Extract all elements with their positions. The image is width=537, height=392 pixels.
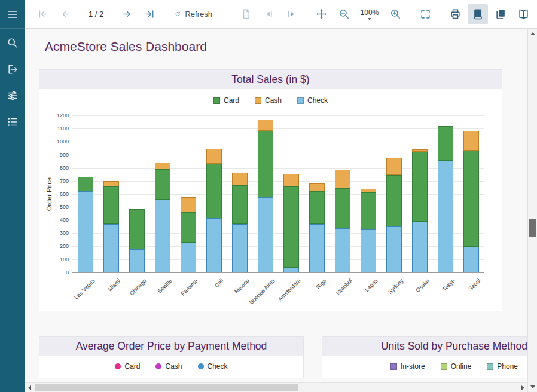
bar-chicago[interactable]: Chicago xyxy=(124,115,149,272)
bar-segment-cash[interactable] xyxy=(386,158,402,175)
bar-segment-check[interactable] xyxy=(129,249,145,272)
bar-buenos-aires[interactable]: Buenos Aires xyxy=(252,115,278,272)
bar-segment-check[interactable] xyxy=(335,228,350,273)
bar-segment-check[interactable] xyxy=(361,229,376,272)
bar-segment-check[interactable] xyxy=(206,218,222,272)
bar-segment-card[interactable] xyxy=(232,185,248,224)
scroll-left-icon[interactable] xyxy=(28,385,31,390)
bar-segment-card[interactable] xyxy=(129,209,145,249)
bar-segment-card[interactable] xyxy=(412,152,428,221)
bar-seoul[interactable]: Seoul xyxy=(458,115,484,272)
legend-item-cash[interactable]: Cash xyxy=(255,96,282,105)
print-button[interactable] xyxy=(445,4,465,24)
bar-sydney[interactable]: Sydney xyxy=(381,115,407,272)
zoom-level-select[interactable]: 100% xyxy=(356,4,383,24)
refresh-button[interactable]: Refresh xyxy=(169,4,218,24)
page-indicator[interactable]: 1 / 2 xyxy=(78,10,114,19)
last-page-button[interactable] xyxy=(139,4,160,24)
bar-istanbul[interactable]: Istanbul xyxy=(329,115,355,272)
bar-segment-check[interactable] xyxy=(283,268,299,272)
scroll-right-icon[interactable] xyxy=(521,385,524,390)
bar-segment-check[interactable] xyxy=(309,224,325,272)
bar-segment-card[interactable] xyxy=(181,212,196,242)
bar-segment-card[interactable] xyxy=(309,191,325,224)
bar-segment-cash[interactable] xyxy=(361,189,376,193)
bar-miami[interactable]: Miami xyxy=(98,115,124,272)
full-screen-button[interactable] xyxy=(415,4,435,24)
bar-panama[interactable]: Panama xyxy=(175,115,201,272)
bar-segment-check[interactable] xyxy=(258,197,273,272)
bar-segment-check[interactable] xyxy=(181,243,196,272)
bar-osaka[interactable]: Osaka xyxy=(407,115,432,272)
bar-las-vegas[interactable]: Las Vegas xyxy=(72,115,98,272)
bar-cali[interactable]: Cali xyxy=(201,115,227,272)
pages-view-button[interactable] xyxy=(490,4,511,24)
vertical-scrollbar[interactable] xyxy=(527,29,537,392)
bar-segment-cash[interactable] xyxy=(335,170,350,188)
bar-segment-check[interactable] xyxy=(463,247,479,272)
bar-segment-cash[interactable] xyxy=(463,131,479,151)
bar-segment-cash[interactable] xyxy=(155,163,170,169)
document-button[interactable] xyxy=(236,4,256,24)
bar-segment-check[interactable] xyxy=(103,224,119,272)
first-page-button[interactable] xyxy=(32,4,53,24)
legend-item-online[interactable]: Online xyxy=(441,362,472,370)
bar-segment-check[interactable] xyxy=(412,222,428,273)
previous-view-button[interactable] xyxy=(258,4,279,24)
bar-segment-check[interactable] xyxy=(78,191,93,272)
sidebar-item-export[interactable] xyxy=(0,56,25,82)
bar-riga[interactable]: Riga xyxy=(304,115,329,272)
bar-segment-cash[interactable] xyxy=(283,174,299,187)
bar-segment-card[interactable] xyxy=(463,151,479,247)
open-book-view-button[interactable] xyxy=(513,4,533,24)
bar-segment-check[interactable] xyxy=(155,200,170,272)
menu-button[interactable] xyxy=(0,0,25,29)
bar-segment-card[interactable] xyxy=(283,186,299,268)
legend-item-check[interactable]: Check xyxy=(198,362,228,370)
next-view-button[interactable] xyxy=(281,4,301,24)
bar-segment-card[interactable] xyxy=(206,164,222,218)
scroll-down-icon[interactable] xyxy=(530,385,535,388)
bar-segment-card[interactable] xyxy=(103,186,119,224)
bar-segment-card[interactable] xyxy=(438,126,453,161)
bar-segment-card[interactable] xyxy=(155,169,170,200)
bar-segment-check[interactable] xyxy=(438,161,453,272)
bar-tokyo[interactable]: Tokyo xyxy=(432,115,458,272)
scroll-up-icon[interactable] xyxy=(530,32,535,35)
legend-item-cash[interactable]: Cash xyxy=(155,362,182,370)
bar-segment-check[interactable] xyxy=(232,224,248,272)
bar-segment-cash[interactable] xyxy=(181,197,196,212)
bar-segment-cash[interactable] xyxy=(309,183,325,191)
sidebar-item-document-map[interactable] xyxy=(0,109,25,135)
bar-segment-check[interactable] xyxy=(386,226,402,272)
pan-tool-button[interactable] xyxy=(311,4,331,24)
zoom-in-button[interactable] xyxy=(385,4,405,24)
bar-lagos[interactable]: Lagos xyxy=(355,115,381,272)
bar-segment-cash[interactable] xyxy=(206,149,222,164)
legend-item-check[interactable]: Check xyxy=(297,96,328,105)
bar-segment-cash[interactable] xyxy=(103,181,119,187)
sidebar-item-parameters[interactable] xyxy=(0,82,25,109)
bar-segment-cash[interactable] xyxy=(232,173,248,185)
bar-mexico[interactable]: Mexico xyxy=(227,115,252,272)
bar-segment-card[interactable] xyxy=(361,192,376,229)
previous-page-button[interactable] xyxy=(55,4,75,24)
legend-item-in-store[interactable]: In-store xyxy=(390,362,425,370)
bar-segment-cash[interactable] xyxy=(258,120,273,131)
bar-segment-card[interactable] xyxy=(335,188,350,228)
horizontal-scrollbar[interactable] xyxy=(25,382,527,392)
bar-seattle[interactable]: Seattle xyxy=(149,115,175,272)
next-page-button[interactable] xyxy=(117,4,137,24)
bar-segment-card[interactable] xyxy=(386,175,402,227)
bar-amsterdam[interactable]: Amsterdam xyxy=(278,115,304,272)
horizontal-scrollbar-thumb[interactable] xyxy=(35,384,298,391)
vertical-scrollbar-thumb[interactable] xyxy=(529,219,536,237)
legend-item-card[interactable]: Card xyxy=(115,362,140,370)
sidebar-item-search[interactable] xyxy=(0,30,25,56)
legend-item-card[interactable]: Card xyxy=(213,96,239,105)
bar-segment-card[interactable] xyxy=(258,131,273,197)
book-view-button[interactable] xyxy=(468,4,488,24)
legend-item-phone[interactable]: Phone xyxy=(487,362,518,370)
bar-segment-card[interactable] xyxy=(78,177,93,191)
zoom-out-button[interactable] xyxy=(334,4,354,24)
